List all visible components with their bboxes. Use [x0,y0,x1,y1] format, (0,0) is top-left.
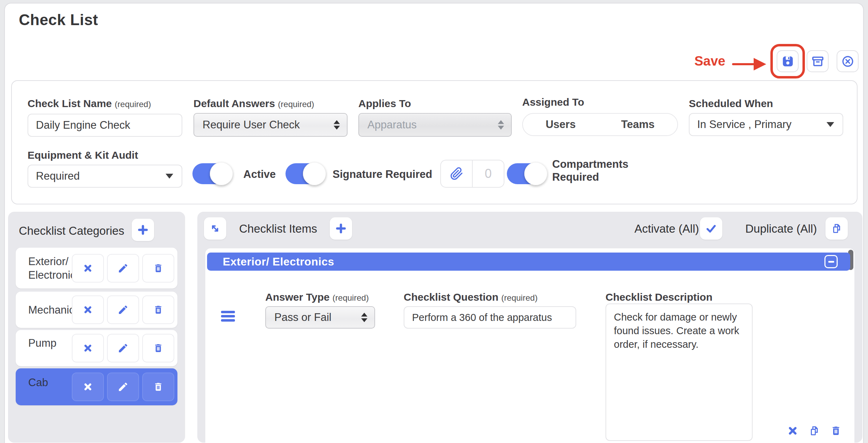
category-row-mechanical[interactable]: Mechanical [16,292,177,328]
section-title: Exterior/ Electronics [223,255,334,268]
save-icon [782,55,794,68]
save-button[interactable] [777,50,799,72]
pencil-icon [117,304,129,315]
toggle-knob [303,162,326,185]
toggle-knob [210,162,233,185]
applies-to-label: Applies To [358,98,411,110]
activate-all-button[interactable] [700,217,722,240]
pencil-icon [117,263,129,274]
toggle-knob [524,162,547,185]
checklist-description-textarea[interactable]: Check for damage or newly found issues. … [606,303,753,441]
trash-icon [153,343,163,353]
close-circle-icon [842,55,854,68]
item-remove-button[interactable] [785,423,801,439]
required-suffix: (required) [278,99,314,109]
attachments-control[interactable]: 0 [440,160,504,188]
category-remove-button[interactable] [72,334,104,362]
item-duplicate-button[interactable] [806,423,822,439]
duplicate-all-label: Duplicate (All) [745,222,817,235]
attachment-button[interactable] [441,160,473,187]
page-title: Check List [19,11,98,29]
drag-handle-icon[interactable] [221,311,235,322]
archive-button[interactable] [807,50,829,72]
pencil-icon [117,343,129,354]
select-spinner-icon [361,313,367,322]
paperclip-icon [450,167,463,180]
x-icon [83,305,93,315]
expand-arrows-icon [209,223,221,234]
attachment-count: 0 [473,160,504,187]
check-icon [705,222,717,235]
collapse-section-button[interactable] [824,255,838,268]
item-delete-button[interactable] [828,423,844,439]
duplicate-all-button[interactable] [825,217,848,240]
main-card: Check List Save [4,3,864,443]
chevron-down-icon [166,174,173,179]
plus-icon [335,223,347,234]
assigned-to-users-option[interactable]: Users [546,118,576,131]
assigned-to-switch: Users Teams [522,113,678,136]
default-answers-label: Default Answers (required) [193,98,314,110]
compartments-required-toggle[interactable] [507,163,546,184]
category-row-pump[interactable]: Pump [16,330,177,366]
answer-type-label: Answer Type (required) [265,291,369,303]
minus-icon [828,261,834,263]
category-edit-button[interactable] [107,295,139,324]
category-section-header[interactable]: Exterior/ Electronics [207,253,850,271]
active-toggle-label: Active [243,168,276,181]
checklist-name-input[interactable]: Daily Engine Check [28,114,182,137]
save-annotation-arrowhead [754,58,766,70]
category-row-cab[interactable]: Cab [16,368,177,405]
assigned-to-label: Assigned To [522,96,584,108]
chevron-down-icon [827,122,834,127]
category-row-exterior-electronics[interactable]: Exterior/ Electronics [16,248,177,288]
checklist-question-input[interactable]: Perform a 360 of the apparatus [404,306,576,329]
x-icon [83,382,93,392]
x-icon [83,343,93,353]
assigned-to-teams-option[interactable]: Teams [621,118,655,131]
category-delete-button[interactable] [142,254,174,283]
scheduled-when-label: Scheduled When [689,98,773,110]
equipment-kit-audit-label: Equipment & Kit Audit [28,149,138,161]
category-delete-button[interactable] [142,295,174,324]
trash-icon [153,382,163,392]
category-remove-button[interactable] [72,373,104,401]
category-delete-button[interactable] [142,334,174,362]
archive-icon [812,55,824,68]
save-annotation-arrow [732,63,754,65]
category-remove-button[interactable] [72,295,104,324]
checklist-description-label: Checklist Description [606,291,713,303]
activate-all-label: Activate (All) [634,222,699,235]
checklist-form: Check List Name (required) Daily Engine … [11,80,858,204]
close-button[interactable] [837,50,859,72]
checklist-categories-panel: Checklist Categories Exterior/ Electroni… [8,212,185,443]
add-category-button[interactable] [132,219,154,241]
x-icon [83,263,93,273]
required-suffix: (required) [501,293,538,302]
duplicate-icon [808,425,820,437]
category-edit-button[interactable] [107,254,139,283]
plus-icon [137,224,149,236]
required-suffix: (required) [333,293,369,302]
active-toggle[interactable] [192,163,231,184]
default-answers-select[interactable]: Require User Check [193,113,348,137]
x-icon [787,425,799,437]
trash-icon [153,305,163,315]
category-remove-button[interactable] [72,254,104,283]
select-spinner-icon [498,120,504,130]
category-delete-button[interactable] [142,373,174,401]
category-edit-button[interactable] [107,334,139,362]
add-checklist-item-button[interactable] [330,217,352,240]
trash-icon [153,263,163,273]
save-annotation-label: Save [694,54,725,69]
checklist-items-panel: Checklist Items Activate (All) Duplicate… [197,212,862,443]
equipment-kit-audit-dropdown[interactable]: Required [28,165,182,188]
checklist-categories-title: Checklist Categories [19,224,124,238]
checklist-items-list: Exterior/ Electronics Answer Type (requi… [205,248,854,443]
answer-type-select[interactable]: Pass or Fail [265,306,375,329]
signature-required-toggle[interactable] [285,163,325,184]
checklist-question-label: Checklist Question (required) [404,291,538,303]
category-edit-button[interactable] [107,373,139,401]
scheduled-when-dropdown[interactable]: In Service , Primary [689,113,843,136]
expand-panel-button[interactable] [204,217,226,240]
